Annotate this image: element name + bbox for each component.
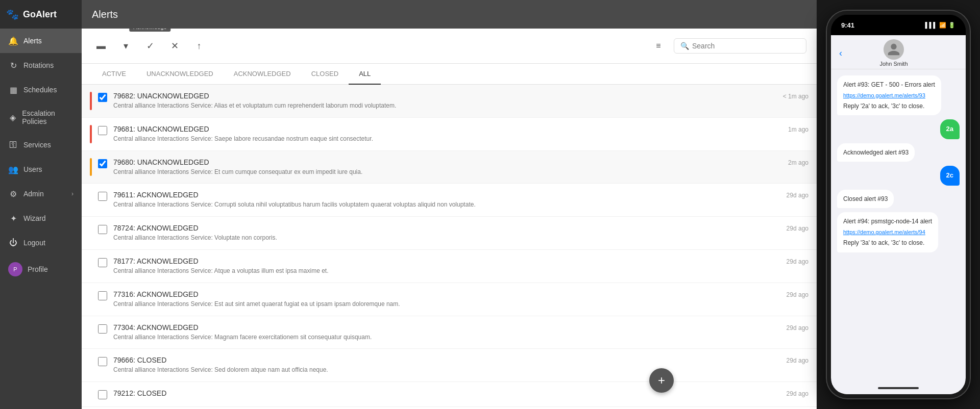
sidebar-item-logout-label: Logout [23, 239, 45, 247]
table-row[interactable]: 78724: ACKNOWLEDGED Central alliance Int… [82, 217, 817, 250]
alert-content: 77304: ACKNOWLEDGED Central alliance Int… [113, 323, 780, 342]
alert-content: 78177: ACKNOWLEDGED Central alliance Int… [113, 257, 780, 275]
alert-content: 78724: ACKNOWLEDGED Central alliance Int… [113, 224, 780, 242]
sidebar-item-services[interactable]: ⚿ Services [0, 133, 82, 157]
alert-status-bar [90, 92, 92, 110]
sidebar-item-admin[interactable]: ⚙ Admin › [0, 182, 82, 206]
alert-checkbox[interactable] [98, 126, 107, 135]
alert-status-bar [90, 224, 92, 242]
alert-time: 29d ago [787, 324, 808, 331]
topbar: Alerts [82, 0, 817, 29]
key-icon: ⚿ [8, 140, 18, 150]
msg-link[interactable]: https://demo.goalert.me/alerts/94 [843, 229, 925, 235]
sidebar: 🐾 GoAlert 🔔 Alerts ↻ Rotations ▦ Schedul… [0, 0, 82, 409]
chevron-down-icon: ▾ [124, 40, 128, 52]
tab-all[interactable]: ALL [349, 64, 381, 85]
add-alert-button[interactable]: + [649, 368, 674, 393]
sidebar-item-wizard-label: Wizard [23, 214, 46, 222]
tab-closed[interactable]: CLOSED [301, 64, 349, 85]
message-bubble-received: Alert #94: psmstgc-node-14 alerthttps://… [837, 212, 938, 252]
bell-icon: 🔔 [8, 36, 18, 46]
alert-checkbox[interactable] [98, 357, 107, 366]
alerts-panel: ▬ ▾ Acknowledge ✓ ✕ ↑ [82, 29, 817, 409]
filter-button[interactable]: ≡ [649, 37, 668, 55]
close-alerts-button[interactable]: ✕ [165, 37, 184, 55]
logo: 🐾 GoAlert [0, 0, 82, 29]
sidebar-item-rotations-label: Rotations [23, 61, 54, 69]
sidebar-item-schedules[interactable]: ▦ Schedules [0, 78, 82, 102]
table-row[interactable]: 79666: CLOSED Central alliance Interacti… [82, 349, 817, 382]
search-input[interactable] [692, 42, 800, 50]
table-row[interactable]: 79682: UNACKNOWLEDGED Central alliance I… [82, 85, 817, 118]
alert-desc: Central alliance Interactions Service: S… [113, 366, 780, 374]
sidebar-item-wizard[interactable]: ✦ Wizard [0, 206, 82, 231]
alert-time: 29d ago [787, 192, 808, 199]
alert-status-bar [90, 257, 92, 275]
sidebar-item-profile-label: Profile [28, 265, 48, 273]
alert-status-bar [90, 125, 92, 143]
phone-status-bar: 9:41 ▌▌▌ 📶 🔋 [831, 15, 966, 35]
acknowledge-button[interactable]: ✓ [141, 37, 159, 55]
phone-status-icons: ▌▌▌ 📶 🔋 [925, 22, 955, 29]
table-row[interactable]: 78177: ACKNOWLEDGED Central alliance Int… [82, 250, 817, 283]
table-row[interactable]: 79681: UNACKNOWLEDGED Central alliance I… [82, 118, 817, 151]
alert-desc: Central alliance Interactions Service: A… [113, 101, 777, 110]
sidebar-item-profile[interactable]: P Profile [0, 255, 82, 284]
sidebar-item-alerts[interactable]: 🔔 Alerts [0, 29, 82, 53]
table-row[interactable]: 77304: ACKNOWLEDGED Central alliance Int… [82, 316, 817, 349]
alert-checkbox[interactable] [98, 324, 107, 334]
table-row[interactable]: 79611: ACKNOWLEDGED Central alliance Int… [82, 184, 817, 217]
table-row[interactable]: 77316: ACKNOWLEDGED Central alliance Int… [82, 283, 817, 316]
alert-title: 79611: ACKNOWLEDGED [113, 191, 780, 199]
alert-title: 78177: ACKNOWLEDGED [113, 257, 780, 265]
alert-checkbox[interactable] [98, 390, 107, 399]
sidebar-item-escalation[interactable]: ◈ Escalation Policies [0, 102, 82, 133]
alert-checkbox[interactable] [98, 192, 107, 201]
phone-back-button[interactable]: ‹ [839, 48, 842, 59]
alert-checkbox[interactable] [98, 291, 107, 300]
alert-desc: Central alliance Interactions Service: E… [113, 300, 780, 309]
alert-checkbox[interactable] [98, 93, 107, 102]
alert-checkbox[interactable] [98, 159, 107, 168]
message-bubble-sent: 2c [940, 166, 960, 185]
sidebar-item-rotations[interactable]: ↻ Rotations [0, 53, 82, 78]
tab-unacknowledged[interactable]: UNACKNOWLEDGED [136, 64, 224, 85]
alert-title: 79682: UNACKNOWLEDGED [113, 92, 777, 100]
tab-acknowledged[interactable]: ACKNOWLEDGED [224, 64, 301, 85]
up-arrow-icon: ↑ [197, 41, 202, 52]
acknowledge-tooltip-wrap: Acknowledge ✓ [141, 37, 159, 55]
table-row[interactable]: 79212: CLOSED 29d ago [82, 382, 817, 407]
battery-icon: 🔋 [948, 22, 955, 29]
person-icon [887, 42, 901, 57]
dropdown-button[interactable]: ▾ [116, 37, 135, 55]
alert-checkbox[interactable] [98, 258, 107, 267]
calendar-icon: ▦ [8, 85, 18, 95]
sidebar-item-logout[interactable]: ⏻ Logout [0, 231, 82, 255]
logo-icon: 🐾 [6, 8, 19, 20]
select-all-button[interactable]: ▬ [92, 37, 110, 55]
alert-desc: Central alliance Interactions Service: C… [113, 200, 780, 209]
search-icon: 🔍 [680, 42, 689, 50]
sidebar-item-admin-label: Admin [23, 190, 44, 198]
phone-header: ‹ John Smith [831, 35, 966, 69]
main-area: Alerts ▬ ▾ Acknowledge ✓ ✕ [82, 0, 817, 409]
table-row[interactable]: 79680: UNACKNOWLEDGED Central alliance I… [82, 151, 817, 184]
escalate-button[interactable]: ↑ [190, 37, 208, 55]
alert-content: 79681: UNACKNOWLEDGED Central alliance I… [113, 125, 782, 143]
tab-active[interactable]: ACTIVE [92, 64, 136, 85]
msg-link[interactable]: https://demo.goalert.me/alerts/93 [843, 92, 925, 98]
acknowledge-tooltip: Acknowledge [129, 29, 170, 32]
sidebar-item-users[interactable]: 👥 Users [0, 157, 82, 182]
alert-time: 1m ago [788, 126, 808, 133]
sidebar-item-users-label: Users [23, 165, 42, 173]
alert-checkbox[interactable] [98, 225, 107, 234]
alert-status-bar [90, 290, 92, 309]
msg-text: Alert #93: GET - 500 - Errors alert [843, 81, 935, 89]
alert-title: 78724: ACKNOWLEDGED [113, 224, 780, 232]
rotate-icon: ↻ [8, 60, 18, 70]
alert-content: 79682: UNACKNOWLEDGED Central alliance I… [113, 92, 777, 110]
alert-desc: Central alliance Interactions Service: S… [113, 135, 782, 143]
content-area: ▬ ▾ Acknowledge ✓ ✕ ↑ [82, 29, 817, 409]
select-all-icon: ▬ [96, 41, 106, 52]
alert-title: 79666: CLOSED [113, 356, 780, 364]
